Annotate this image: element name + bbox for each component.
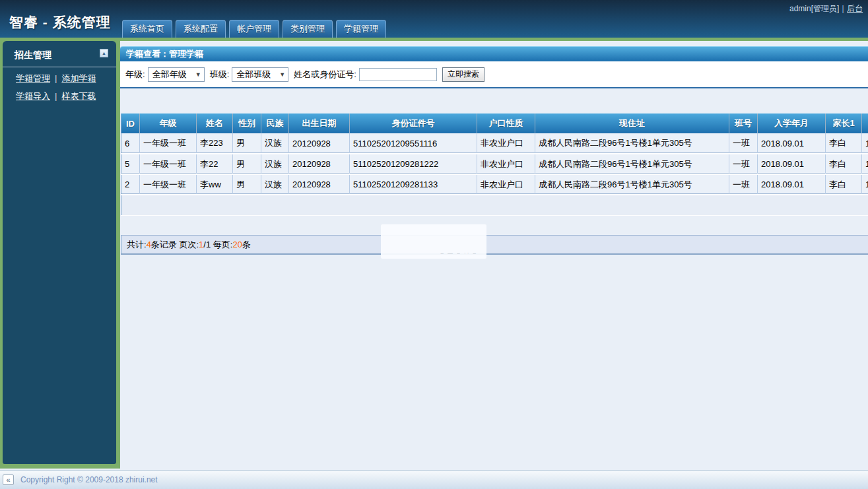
cell-5: 汉族 (261, 133, 289, 154)
cell-8: 非农业户口 (477, 154, 535, 174)
cell-13: 1 (862, 133, 868, 154)
cell-6: 20120928 (289, 154, 350, 174)
cell-7: 511025201209281222 (350, 154, 477, 174)
sidebar-link-row: 学籍管理|添加学籍 (16, 73, 116, 84)
pagination-total: 4 (147, 240, 151, 249)
table-row: 2一年级一班李ww男汉族20120928511025201209281133非农… (121, 174, 868, 195)
cell-3: 李22 (197, 154, 233, 174)
collapse-sidebar-button[interactable]: « (3, 474, 14, 485)
top-header: 智睿 - 系统管理 admin[管理员]｜后台 系统首页系统配置帐户管理类别管理… (0, 0, 868, 38)
class-select-value: 全部班级 (236, 69, 271, 81)
cell-9: 成都人民南路二段96号1号楼1单元305号 (535, 174, 729, 195)
cell-9: 成都人民南路二段96号1号楼1单元305号 (535, 154, 729, 174)
overlay-watermark-marks: – — – ·· – (440, 250, 477, 256)
search-button[interactable]: 立即搜索 (442, 67, 484, 82)
cell-10: 一班 (729, 133, 758, 154)
cell-10: 一班 (729, 154, 758, 174)
cell-4: 男 (233, 174, 261, 195)
cell-1: 5 (121, 154, 140, 174)
chevron-down-icon: ▼ (195, 71, 201, 78)
cell-10: 一班 (729, 174, 758, 195)
cell-3: 李223 (197, 133, 233, 154)
user-name: admin[管理员] (789, 4, 839, 13)
tab-5[interactable]: 学籍管理 (336, 20, 386, 38)
sidebar-link[interactable]: 添加学籍 (61, 73, 96, 83)
sidebar-link[interactable]: 学籍管理 (16, 73, 50, 83)
cell-13: 1 (862, 154, 868, 174)
pagination-of-label: /1 每页: (203, 239, 232, 251)
tab-4[interactable]: 类别管理 (283, 20, 333, 38)
search-input[interactable] (359, 68, 437, 81)
pagination-page: 1 (199, 240, 203, 249)
sidebar-panel: 招生管理 ▲ 学籍管理|添加学籍学籍导入|样表下载 (3, 41, 116, 464)
col-header-8: 户口性质 (477, 114, 535, 133)
pagination-records-label: 条记录 页次: (151, 239, 199, 251)
filter-bar: 年级: 全部年级 ▼ 班级: 全部班级 ▼ 姓名或身份证号: 立即搜索 (120, 61, 868, 88)
class-select[interactable]: 全部班级 ▼ (232, 67, 288, 82)
cell-8: 非农业户口 (477, 133, 535, 154)
class-label: 班级: (210, 69, 230, 81)
col-header-9: 现住址 (535, 114, 729, 133)
table-empty-strip (121, 195, 868, 215)
sidebar-link-row: 学籍导入|样表下载 (16, 90, 116, 102)
cell-8: 非农业户口 (477, 174, 535, 195)
cell-13: 1 (862, 174, 868, 195)
col-header-10: 班号 (729, 114, 758, 133)
col-header-3: 姓名 (197, 114, 233, 133)
user-info: admin[管理员]｜后台 (789, 3, 868, 14)
cell-7: 511025201209281133 (350, 174, 477, 195)
pagination-unit-label: 条 (242, 239, 251, 251)
pagination-per-page: 20 (232, 240, 242, 249)
table-header-row: ID年级姓名性别民族出生日期身份证件号户口性质现住址班号入学年月家长1 (121, 114, 868, 133)
faded-overlay-box: – — – ·· – (381, 224, 486, 259)
cell-2: 一年级一班 (140, 174, 197, 195)
col-header-1: ID (121, 114, 140, 133)
sidebar-link[interactable]: 样表下载 (61, 91, 96, 101)
tab-2[interactable]: 系统配置 (176, 20, 226, 38)
sidebar-links: 学籍管理|添加学籍学籍导入|样表下载 (3, 67, 116, 102)
col-header-11: 入学年月 (758, 114, 826, 133)
cell-3: 李ww (197, 174, 233, 195)
main-nav-tabs: 系统首页系统配置帐户管理类别管理学籍管理 (122, 20, 389, 38)
grade-select[interactable]: 全部年级 ▼ (148, 67, 205, 82)
cell-11: 2018.09.01 (758, 133, 826, 154)
cell-2: 一年级一班 (140, 154, 197, 174)
cell-1: 2 (121, 174, 140, 195)
cell-12: 李白 (826, 133, 862, 154)
grade-label: 年级: (125, 69, 145, 81)
cell-12: 李白 (826, 174, 862, 195)
cell-6: 20120928 (289, 133, 350, 154)
sidebar-title: 招生管理 (15, 49, 51, 60)
tab-3[interactable]: 帐户管理 (229, 20, 279, 38)
cell-4: 男 (233, 154, 261, 174)
search-label: 姓名或身份证号: (294, 69, 356, 81)
cell-6: 20120928 (289, 174, 350, 195)
status-bar: « Copyright Right © 2009-2018 zhirui.net (0, 470, 868, 489)
sidebar-link[interactable]: 学籍导入 (16, 91, 50, 101)
cell-5: 汉族 (261, 154, 289, 174)
tab-1[interactable]: 系统首页 (122, 20, 172, 38)
col-header-4: 性别 (233, 114, 261, 133)
link-separator: | (55, 91, 57, 101)
green-divider-band (0, 38, 868, 41)
app-logo: 智睿 - 系统管理 (9, 13, 111, 32)
backend-link[interactable]: 后台 (847, 4, 863, 13)
cell-1: 6 (121, 133, 140, 154)
col-header-13 (862, 114, 868, 133)
col-header-7: 身份证件号 (350, 114, 477, 133)
cell-5: 汉族 (261, 174, 289, 195)
user-separator: ｜ (839, 4, 847, 13)
col-header-5: 民族 (261, 114, 289, 133)
chevron-down-icon: ▼ (279, 71, 285, 78)
table-row: 6一年级一班李223男汉族20120928511025201209551116非… (121, 133, 868, 154)
table-row: 5一年级一班李22男汉族20120928511025201209281222非农… (121, 154, 868, 174)
copyright-text: Copyright Right © 2009-2018 zhirui.net (20, 475, 158, 484)
grade-select-value: 全部年级 (152, 69, 187, 81)
cell-9: 成都人民南路二段96号1号楼1单元305号 (535, 133, 729, 154)
pagination-total-label: 共计: (127, 239, 147, 251)
cell-2: 一年级一班 (140, 133, 197, 154)
col-header-2: 年级 (140, 114, 197, 133)
collapse-panel-icon[interactable]: ▲ (100, 49, 108, 57)
cell-11: 2018.09.01 (758, 154, 826, 174)
pagination-bar: 共计: 4 条记录 页次: 1 /1 每页: 20 条 (121, 235, 868, 255)
